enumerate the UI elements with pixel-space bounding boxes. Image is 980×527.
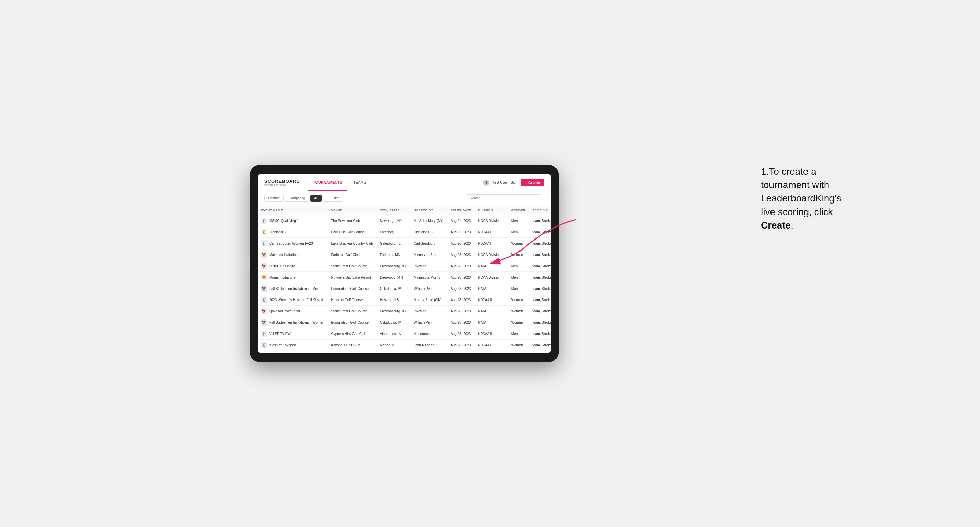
cell-scoring: team, Stroke Play <box>529 340 551 351</box>
create-button[interactable]: + Create <box>521 179 544 186</box>
cell-city-state: Marion, IL <box>377 340 410 351</box>
cell-city-state: Faribault, MN <box>377 249 410 260</box>
col-hosted-by: HOSTED BY <box>410 206 447 215</box>
cell-event-name: 🦅 Fall Statesmen Invitational - Men <box>258 283 328 294</box>
cell-scoring: team, Stroke Play <box>529 294 551 306</box>
cell-venue: Cypress Hills Golf Club <box>328 328 376 340</box>
logo-sub: Powered by clippr <box>264 184 300 186</box>
cell-gender: Men <box>508 283 529 294</box>
filter-competing[interactable]: Competing <box>285 195 309 202</box>
cell-hosted-by: Pikeville <box>410 260 447 272</box>
cell-start-date: Aug 28, 2023 <box>447 306 475 317</box>
filter-icon-label: Filter <box>331 196 339 200</box>
col-venue: VENUE <box>328 206 376 215</box>
cell-start-date: Aug 28, 2023 <box>447 317 475 328</box>
annotation-create: Create <box>761 220 791 230</box>
cell-venue: StoneCrest Golf Course <box>328 260 376 272</box>
user-label: Test User <box>493 181 507 184</box>
app-header: SCOREBOARD Powered by clippr TOURNAMENTS… <box>258 175 551 191</box>
cell-division: NAIA <box>475 317 508 328</box>
cell-division: NCAA Division III <box>475 272 508 283</box>
cell-hosted-by: Minnesota-Morris <box>410 272 447 283</box>
cell-venue: Kokopelli Golf Club <box>328 340 376 351</box>
cell-start-date: Aug 25, 2023 <box>447 227 475 238</box>
table-row: 🦅 Fall Statesmen Invitational - Women Ed… <box>258 317 551 328</box>
cell-scoring: team, Stroke Play <box>529 328 551 340</box>
table-row: 🦅 upike fall invitational StoneCrest Gol… <box>258 306 551 317</box>
cell-event-name: 🏌 2023 Women's Hesston Fall Kickoff <box>258 294 328 306</box>
cell-city-state: Prestonsburg, KY <box>377 306 410 317</box>
cell-start-date: Aug 26, 2023 <box>447 238 475 249</box>
table-row: 🏌 VU PREVIEW Cypress Hills Golf Club Vin… <box>258 328 551 340</box>
cell-city-state: Galesburg, IL <box>377 238 410 249</box>
cell-hosted-by: Pikeville <box>410 306 447 317</box>
cell-city-state: Vincennes, IN <box>377 328 410 340</box>
cell-start-date: Aug 28, 2023 <box>447 283 475 294</box>
cell-event-name: 🏌 Highland 36 <box>258 227 328 238</box>
table-row: 🏌 2023 Women's Hesston Fall Kickoff Hess… <box>258 294 551 306</box>
cell-scoring: team, Stroke Play <box>529 272 551 283</box>
cell-city-state: Freeport, IL <box>377 227 410 238</box>
cell-hosted-by: William Penn <box>410 317 447 328</box>
cell-gender: Men <box>508 272 529 283</box>
annotation-text: 1.To create a tournament with Leaderboar… <box>761 165 919 232</box>
cell-hosted-by: John A Logan <box>410 340 447 351</box>
cell-event-name: 🏌 Carl Sandburg Women FA23 <box>258 238 328 249</box>
cell-scoring: team, Stroke Play <box>529 283 551 294</box>
cell-hosted-by: Murray State (OK) <box>410 294 447 306</box>
cell-venue: Park Hills Golf Course <box>328 227 376 238</box>
cell-event-name: 🏌 VU PREVIEW <box>258 328 328 340</box>
cell-city-state: Prestonsburg, KY <box>377 260 410 272</box>
cell-hosted-by: Mt. Saint Mary (NY) <box>410 215 447 227</box>
tab-tournaments[interactable]: TOURNAMENTS <box>308 175 347 190</box>
search-box <box>466 194 541 202</box>
tab-teams[interactable]: TEAMS <box>348 175 371 190</box>
cell-city-state: Newburgh, NY <box>377 215 410 227</box>
cell-event-name: 🦅 Fall Statesmen Invitational - Women <box>258 317 328 328</box>
cell-venue: Edmundson Golf Course <box>328 283 376 294</box>
cell-start-date: Aug 28, 2023 <box>447 260 475 272</box>
cell-venue: Ruttger's Bay Lake Resort <box>328 272 376 283</box>
sidebar-handle[interactable] <box>247 257 250 270</box>
cell-venue: StoneCrest Golf Course <box>328 306 376 317</box>
cell-division: NAIA <box>475 306 508 317</box>
cell-hosted-by: Carl Sandburg <box>410 238 447 249</box>
cell-division: NJCAA II <box>475 328 508 340</box>
cell-venue: Hesston Golf Course <box>328 294 376 306</box>
cell-start-date: Aug 24, 2023 <box>447 215 475 227</box>
cell-venue: Faribault Golf Club <box>328 249 376 260</box>
cell-city-state: Hesston, KS <box>377 294 410 306</box>
cell-hosted-by: William Penn <box>410 283 447 294</box>
search-input[interactable] <box>466 194 541 202</box>
cell-start-date: Aug 28, 2023 <box>447 340 475 351</box>
filter-all[interactable]: All <box>310 195 321 202</box>
cell-hosted-by: Highland CC <box>410 227 447 238</box>
filter-hosting[interactable]: Hosting <box>264 195 283 202</box>
logo-text: SCOREBOARD <box>264 179 300 184</box>
header-right: ⚙ Test User Sign + Create <box>483 179 544 186</box>
cell-division: NJCAA I <box>475 340 508 351</box>
cell-start-date: Aug 28, 2023 <box>447 249 475 260</box>
cell-division: NAIA <box>475 283 508 294</box>
cell-event-name: 🏌 MSMC Qualifying 1 <box>258 215 328 227</box>
cell-start-date: Aug 28, 2023 <box>447 272 475 283</box>
cell-gender: Women <box>508 294 529 306</box>
col-event-name: EVENT NAME <box>258 206 328 215</box>
filter-group: Hosting Competing All ☰ Filter <box>264 195 343 202</box>
table-row: 🏌 Klash at Kokopelli Kokopelli Golf Club… <box>258 340 551 351</box>
sign-label: Sign <box>511 181 517 184</box>
filter-icon: ☰ <box>327 196 330 200</box>
cell-division: NJCAA II <box>475 294 508 306</box>
cell-city-state: Deerwood, MN <box>377 272 410 283</box>
arrow-svg <box>480 213 582 268</box>
logo-area: SCOREBOARD Powered by clippr <box>264 179 300 186</box>
cell-event-name: 🦊 Morris Invitational <box>258 272 328 283</box>
col-start-date: START DATE <box>447 206 475 215</box>
cell-scoring: team, Stroke Play <box>529 306 551 317</box>
cell-gender: Women <box>508 317 529 328</box>
table-row: 🦊 Morris Invitational Ruttger's Bay Lake… <box>258 272 551 283</box>
cell-start-date: Aug 28, 2023 <box>447 294 475 306</box>
filter-icon-button[interactable]: ☰ Filter <box>323 195 342 202</box>
settings-icon[interactable]: ⚙ <box>483 179 489 186</box>
col-city-state: CITY, STATE <box>377 206 410 215</box>
